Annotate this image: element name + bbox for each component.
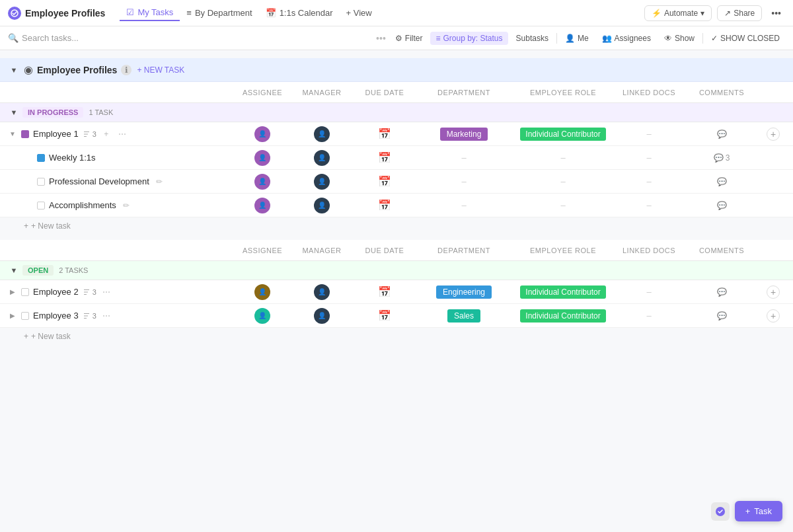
accomplishments-duedate-cell: 📅 [352,199,418,211]
col-due-date: DUE DATE [352,89,418,96]
weekly-checkbox[interactable] [37,154,45,162]
calendar-icon: 📅 [266,8,276,18]
fab-area: + Task [711,501,782,521]
toolbar: 🔍 Search tasks... ••• ⚙ Filter ≡ Group b… [0,26,793,50]
col-manager: MANAGER [292,89,352,96]
expand-employee-1[interactable]: ▼ [8,130,17,139]
me-button[interactable]: 👤 Me [560,32,594,45]
group-icon: ≡ [435,34,440,43]
new-task-open[interactable]: + + New task [0,328,793,345]
weekly-linked-cell: – [616,153,682,163]
profdev-checkbox[interactable] [37,178,45,186]
employee-1-add-btn[interactable]: + [767,128,780,141]
tab-add-view[interactable]: + View [340,5,379,20]
accomplishments-manager-cell: 👤 [292,198,352,213]
project-name: Employee Profiles [37,65,117,75]
share-button[interactable]: ↗ Share [717,5,762,21]
expand-employee-3[interactable]: ▶ [8,311,17,321]
weekly-11s-label: Weekly 1:1s [49,153,96,163]
clickup-fab-icon[interactable] [711,502,730,521]
assignees-button[interactable]: 👥 Assignees [597,32,656,45]
employee-2-label: Employee 2 [33,287,79,297]
weekly-comments-cell: 💬 3 [682,153,761,163]
col-due-date-open: DUE DATE [352,247,418,254]
expand-employee-2[interactable]: ▶ [8,287,17,297]
search-options-icon[interactable]: ••• [376,33,386,44]
employee-3-subtask-count: 3 [83,312,96,320]
employee-2-manager-cell: 👤 [292,284,352,300]
new-task-inline[interactable]: + NEW TASK [137,65,184,75]
main-content: ▼ ◉ Employee Profiles ℹ + NEW TASK ASSIG… [0,50,793,532]
employee-2-add-btn[interactable]: + [767,285,780,299]
calendar-icon-emp2: 📅 [378,285,391,298]
subtasks-button[interactable]: Subtasks [511,32,554,45]
inprogress-badge: IN PROGRESS [22,107,83,118]
employee-3-add-btn[interactable]: + [767,309,780,323]
employee-2-checkbox[interactable] [21,288,29,296]
employee-2-more[interactable]: ⋯ [100,286,112,298]
add-subtask-btn[interactable]: + [100,128,112,140]
employee-3-row[interactable]: ▶ Employee 3 3 ⋯ 👤 👤 📅 Sales [0,304,793,328]
project-collapse-btn[interactable]: ▼ [8,64,20,76]
profdev-manager-avatar: 👤 [314,174,330,190]
accomplishments-checkbox[interactable] [37,202,45,209]
tab-my-tasks[interactable]: ☑ My Tasks [120,5,180,21]
eye-icon: 👁 [664,34,672,43]
show-button[interactable]: 👁 Show [659,32,700,45]
inprogress-collapse-btn[interactable]: ▼ [8,106,20,118]
accomplishments-assignee-cell: 👤 [233,198,292,213]
employee-3-dept-badge: Sales [447,309,480,323]
search-box[interactable]: 🔍 Search tasks... [8,33,372,43]
check-icon: ✓ [711,34,718,43]
accomplishments-row[interactable]: Accomplishments ✏ 👤 👤 📅 – – – 💬 [0,194,793,217]
employee-3-label: Employee 3 [33,311,79,321]
employee-2-assignee-avatar: 👤 [254,284,270,300]
new-task-inprogress[interactable]: + + New task [0,217,793,235]
accomplishments-role-cell: – [510,200,616,210]
my-tasks-icon: ☑ [126,7,134,17]
profdev-edit-icon[interactable]: ✏ [153,176,165,188]
assignees-icon: 👥 [602,34,612,43]
employee-1-subtask-count: 3 [83,130,96,138]
group-by-button[interactable]: ≡ Group by: Status [430,32,508,45]
calendar-icon-emp3: 📅 [378,309,391,322]
group-status-header-open: ▼ OPEN 2 TASKS [0,261,793,280]
prof-dev-row[interactable]: Professional Development ✏ 👤 👤 📅 – – – 💬 [0,170,793,194]
employee-2-row[interactable]: ▶ Employee 2 3 ⋯ 👤 👤 📅 Engineering [0,280,793,304]
employee-1-label: Employee 1 [33,129,79,139]
tab-calendar[interactable]: 📅 1:1s Calendar [259,5,340,20]
new-task-fab[interactable]: + Task [735,501,782,521]
project-info-icon[interactable]: ℹ [121,65,132,75]
automate-button[interactable]: ⚡ Automate ▾ [644,5,712,21]
column-headers-inprogress: ASSIGNEE MANAGER DUE DATE DEPARTMENT EMP… [0,82,793,103]
calendar-label: 1:1s Calendar [280,8,333,18]
col-comments-open: COMMENTS [682,247,761,254]
weekly-11s-row[interactable]: Weekly 1:1s 👤 👤 📅 – – – 💬 3 [0,146,793,170]
plus-icon-open: + [24,332,28,341]
more-options-button[interactable]: ••• [767,5,785,21]
weekly-manager-cell: 👤 [292,150,352,166]
col-department: DEPARTMENT [418,89,510,96]
accomplishments-assignee-avatar: 👤 [254,198,270,213]
subtasks-label: Subtasks [516,34,548,43]
profdev-manager-cell: 👤 [292,174,352,190]
employee-1-manager-avatar: 👤 [314,126,330,142]
employee-3-checkbox[interactable] [21,312,29,320]
tab-by-department[interactable]: ≡ By Department [180,5,258,20]
accomplishments-edit-icon[interactable]: ✏ [120,200,132,211]
employee-1-role-cell: Individual Contributor [510,128,616,141]
prof-dev-name-cell: Professional Development ✏ [24,176,233,188]
new-task-label-inprogress: + New task [31,221,71,231]
assignees-label: Assignees [615,34,651,43]
employee-1-checkbox[interactable] [21,130,29,138]
show-closed-button[interactable]: ✓ SHOW CLOSED [706,32,785,45]
employee-2-subtask-count: 3 [83,288,96,296]
employee-1-more[interactable]: ⋯ [116,128,128,140]
filter-icon: ⚙ [395,34,402,43]
employee-3-role-badge: Individual Contributor [520,309,605,323]
filter-button[interactable]: ⚙ Filter [390,32,428,45]
weekly-assignee-cell: 👤 [233,150,292,166]
employee-3-more[interactable]: ⋯ [100,310,112,322]
open-collapse-btn[interactable]: ▼ [8,264,20,276]
employee-1-row[interactable]: ▼ Employee 1 3 + ⋯ 👤 👤 📅 Marketing [0,122,793,146]
